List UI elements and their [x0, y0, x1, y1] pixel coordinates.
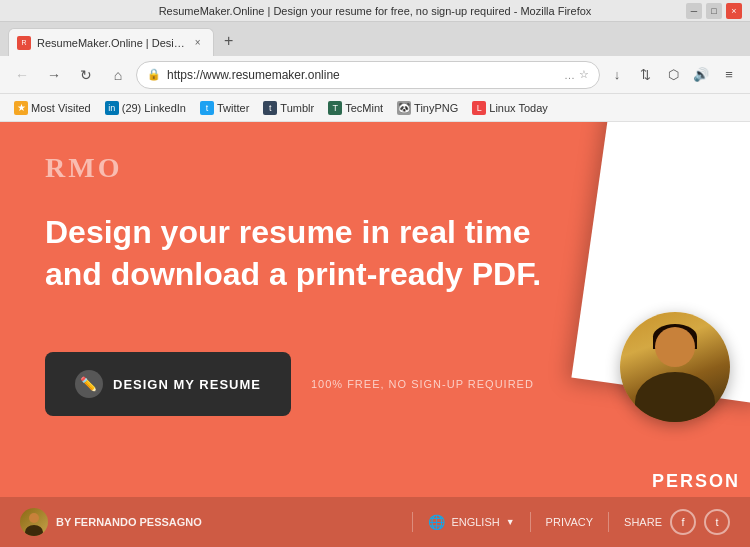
- bookmark-tumblr-label: Tumblr: [280, 102, 314, 114]
- nav-right-buttons: ↓ ⇅ ⬡ 🔊 ≡: [604, 62, 742, 88]
- footer-divider-3: [608, 512, 609, 532]
- maximize-button[interactable]: □: [706, 3, 722, 19]
- speaker-button[interactable]: 🔊: [688, 62, 714, 88]
- cta-section: ✏️ DESIGN MY RESUME 100% FREE, NO SIGN-U…: [45, 352, 534, 416]
- bookmark-linkedin-label: (29) LinkedIn: [122, 102, 186, 114]
- person-label: PERSON: [652, 471, 740, 492]
- download-button[interactable]: ↓: [604, 62, 630, 88]
- window-title: ResumeMaker.Online | Design your resume …: [159, 5, 592, 17]
- language-label: ENGLISH: [451, 516, 499, 528]
- footer-divider-2: [530, 512, 531, 532]
- free-label: 100% FREE, NO SIGN-UP REQUIRED: [311, 378, 534, 390]
- author-name: BY FERNANDO PESSAGNO: [56, 516, 202, 528]
- address-input[interactable]: [167, 68, 558, 82]
- person-body: [635, 372, 715, 422]
- bookmark-tecmint-label: TecMint: [345, 102, 383, 114]
- minimize-button[interactable]: ─: [686, 3, 702, 19]
- bookmark-tinypng-label: TinyPNG: [414, 102, 458, 114]
- tab-favicon: R: [17, 36, 31, 50]
- resume-preview-area: [530, 122, 750, 497]
- logo-area: RMO: [45, 152, 122, 184]
- share-section: SHARE f t: [624, 509, 730, 535]
- tab-title: ResumeMaker.Online | Desi…: [37, 37, 185, 49]
- bookmark-tumblr[interactable]: t Tumblr: [257, 99, 320, 117]
- close-button[interactable]: ×: [726, 3, 742, 19]
- footer-author: BY FERNANDO PESSAGNO: [20, 508, 397, 536]
- svg-point-0: [29, 513, 39, 523]
- title-bar: ResumeMaker.Online | Design your resume …: [0, 0, 750, 22]
- bookmarks-bar: ★ Most Visited in (29) LinkedIn t Twitte…: [0, 94, 750, 122]
- most-visited-icon: ★: [14, 101, 28, 115]
- bookmark-linuxtoday[interactable]: L Linux Today: [466, 99, 554, 117]
- active-tab[interactable]: R ResumeMaker.Online | Desi… ×: [8, 28, 214, 56]
- address-bar-container: 🔒 … ☆: [136, 61, 600, 89]
- facebook-icon: f: [681, 516, 684, 528]
- footer-divider-1: [412, 512, 413, 532]
- bookmark-most-visited-label: Most Visited: [31, 102, 91, 114]
- author-avatar: [20, 508, 48, 536]
- share-label: SHARE: [624, 516, 662, 528]
- main-content: RMO Design your resume in real time and …: [0, 122, 750, 547]
- cta-label: DESIGN MY RESUME: [113, 377, 261, 392]
- tumblr-icon: t: [263, 101, 277, 115]
- refresh-button[interactable]: ↻: [72, 61, 100, 89]
- bookmark-most-visited[interactable]: ★ Most Visited: [8, 99, 97, 117]
- menu-button[interactable]: ≡: [716, 62, 742, 88]
- site-logo: RMO: [45, 152, 122, 184]
- new-tab-button[interactable]: +: [216, 28, 242, 54]
- dropdown-arrow-icon: ▼: [506, 517, 515, 527]
- security-icon: 🔒: [147, 68, 161, 81]
- design-resume-button[interactable]: ✏️ DESIGN MY RESUME: [45, 352, 291, 416]
- more-icon[interactable]: …: [564, 69, 575, 81]
- svg-point-1: [25, 525, 43, 536]
- address-actions: … ☆: [564, 68, 589, 81]
- profile-photo: [620, 312, 730, 422]
- bookmark-tinypng[interactable]: 🐼 TinyPNG: [391, 99, 464, 117]
- linuxtoday-icon: L: [472, 101, 486, 115]
- bookmark-tecmint[interactable]: T TecMint: [322, 99, 389, 117]
- hero-title: Design your resume in real time and down…: [45, 212, 541, 295]
- twitter-share-button[interactable]: t: [704, 509, 730, 535]
- extensions-button[interactable]: ⬡: [660, 62, 686, 88]
- language-selector[interactable]: 🌐 ENGLISH ▼: [428, 514, 514, 530]
- globe-icon: 🌐: [428, 514, 445, 530]
- bookmark-linkedin[interactable]: in (29) LinkedIn: [99, 99, 192, 117]
- bookmark-twitter-label: Twitter: [217, 102, 249, 114]
- tinypng-icon: 🐼: [397, 101, 411, 115]
- tecmint-icon: T: [328, 101, 342, 115]
- facebook-share-button[interactable]: f: [670, 509, 696, 535]
- bookmark-twitter[interactable]: t Twitter: [194, 99, 255, 117]
- bookmark-star-icon[interactable]: ☆: [579, 68, 589, 81]
- twitter-icon: t: [200, 101, 214, 115]
- site-footer: BY FERNANDO PESSAGNO 🌐 ENGLISH ▼ PRIVACY…: [0, 497, 750, 547]
- privacy-link[interactable]: PRIVACY: [546, 516, 593, 528]
- home-button[interactable]: ⌂: [104, 61, 132, 89]
- tab-close-button[interactable]: ×: [191, 36, 205, 50]
- pencil-icon: ✏️: [75, 370, 103, 398]
- linkedin-icon: in: [105, 101, 119, 115]
- tab-bar: R ResumeMaker.Online | Desi… × +: [0, 22, 750, 56]
- sync-button[interactable]: ⇅: [632, 62, 658, 88]
- person-head: [655, 327, 695, 367]
- nav-bar: ← → ↻ ⌂ 🔒 … ☆ ↓ ⇅ ⬡ 🔊 ≡: [0, 56, 750, 94]
- bookmark-linuxtoday-label: Linux Today: [489, 102, 548, 114]
- hero-section: Design your resume in real time and down…: [45, 212, 541, 325]
- twitter-share-icon: t: [715, 516, 718, 528]
- forward-button[interactable]: →: [40, 61, 68, 89]
- back-button[interactable]: ←: [8, 61, 36, 89]
